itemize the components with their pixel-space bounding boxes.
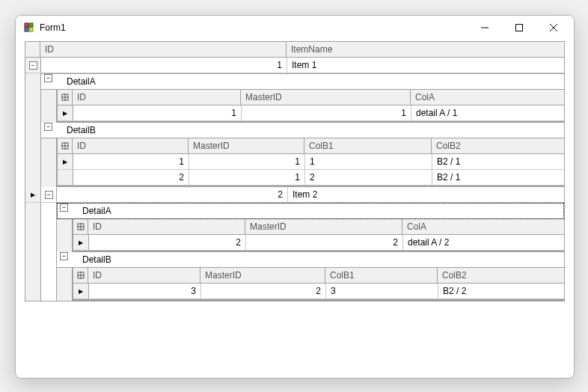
- row-header-corner[interactable]: [25, 42, 40, 57]
- cell-id[interactable]: 2: [57, 187, 288, 202]
- expand-toggle[interactable]: −: [57, 252, 78, 267]
- minimize-button[interactable]: [468, 16, 502, 40]
- cell-itemname[interactable]: Item 2: [288, 187, 564, 202]
- col-id[interactable]: ID: [88, 268, 200, 283]
- col-id[interactable]: ID: [73, 138, 189, 153]
- master-grid[interactable]: ID ItemName − 1 Item 1 − DetailA: [25, 41, 565, 301]
- table-row[interactable]: ▶ 2 2 detail A / 2: [73, 235, 564, 251]
- cell-masterid[interactable]: 1: [189, 154, 305, 169]
- window-title: Form1: [40, 22, 66, 33]
- table-row[interactable]: ▶ 1 1 1 B2 / 1: [58, 154, 564, 170]
- row-indicator[interactable]: ▶: [73, 284, 89, 298]
- col-masterid[interactable]: MasterID: [200, 268, 325, 283]
- detail-b-grid-wrap: ID MasterID ColB1 ColB2 ▶ 1 1 1 B2 / 1: [41, 138, 564, 187]
- row-selector-header[interactable]: [58, 138, 73, 153]
- minus-icon: −: [44, 74, 52, 82]
- cell-colb1[interactable]: 3: [326, 284, 438, 298]
- col-itemname[interactable]: ItemName: [287, 42, 564, 57]
- section-title: DetailB: [62, 123, 564, 138]
- col-colb1[interactable]: ColB1: [325, 268, 438, 283]
- detail-a-grid-wrap: ID MasterID ColA ▶ 2 2 detail A / 2: [57, 219, 564, 252]
- col-colb2[interactable]: ColB2: [438, 268, 564, 283]
- indent-gutter: [25, 203, 41, 301]
- indent-gutter: [57, 219, 73, 252]
- detail-a-grid-wrap: ID MasterID ColA ▶ 1 1 detail A / 1: [41, 90, 564, 123]
- svg-rect-3: [29, 28, 33, 31]
- minus-icon: −: [60, 203, 68, 212]
- current-row-icon: ▶: [31, 192, 35, 198]
- col-id[interactable]: ID: [73, 90, 241, 105]
- detail-a-grid[interactable]: ID MasterID ColA ▶ 1 1 detail A / 1: [57, 90, 564, 123]
- table-row[interactable]: ▶ 1 1 detail A / 1: [58, 105, 564, 121]
- cell-cola[interactable]: detail A / 1: [411, 105, 564, 120]
- row-indicator[interactable]: ▶: [25, 187, 41, 202]
- row-selector-header[interactable]: [73, 268, 88, 283]
- row-indicator[interactable]: [58, 170, 73, 185]
- col-masterid[interactable]: MasterID: [189, 138, 304, 153]
- indent-gutter: [41, 138, 57, 187]
- section-detail-b[interactable]: − DetailB: [57, 252, 564, 268]
- cell-colb2[interactable]: B2 / 1: [432, 154, 564, 169]
- section-detail-a[interactable]: − DetailA: [57, 203, 564, 219]
- table-row[interactable]: 2 1 2 B2 / 1: [58, 170, 564, 186]
- section-detail-b[interactable]: − DetailB: [41, 123, 564, 138]
- cell-itemname[interactable]: Item 1: [287, 58, 564, 73]
- cell-id[interactable]: 1: [41, 58, 287, 73]
- row-indicator[interactable]: ▶: [58, 154, 73, 169]
- maximize-button[interactable]: [502, 16, 536, 40]
- expand-toggle[interactable]: −: [41, 74, 62, 89]
- cell-id[interactable]: 1: [73, 154, 189, 169]
- row-selector-header[interactable]: [58, 90, 73, 105]
- detail-b-grid[interactable]: ID MasterID ColB1 ColB2 ▶ 3 2 3 B2 / 2: [73, 268, 564, 301]
- cell-colb2[interactable]: B2 / 1: [432, 170, 564, 185]
- minus-icon: −: [60, 252, 68, 260]
- col-id[interactable]: ID: [40, 42, 287, 57]
- cell-id[interactable]: 2: [89, 235, 246, 250]
- col-colb1[interactable]: ColB1: [304, 138, 432, 153]
- detail-b-grid[interactable]: ID MasterID ColB1 ColB2 ▶ 1 1 1 B2 / 1: [57, 138, 564, 187]
- cell-id[interactable]: 1: [73, 105, 242, 120]
- cell-masterid[interactable]: 2: [201, 284, 326, 298]
- section-title: DetailA: [78, 203, 564, 218]
- close-button[interactable]: [536, 16, 571, 40]
- detail-b-header: ID MasterID ColB1 ColB2: [73, 268, 564, 284]
- child-panel: − DetailA ID MasterID C: [25, 203, 564, 301]
- cell-cola[interactable]: detail A / 2: [403, 235, 564, 250]
- svg-rect-5: [516, 25, 523, 31]
- cell-id[interactable]: 3: [89, 284, 201, 298]
- cell-masterid[interactable]: 1: [189, 170, 305, 185]
- master-row[interactable]: ▶ − 2 Item 2: [25, 187, 564, 203]
- cell-colb1[interactable]: 1: [305, 154, 432, 169]
- cell-colb2[interactable]: B2 / 2: [438, 284, 564, 298]
- expand-toggle[interactable]: −: [41, 123, 62, 138]
- col-colb2[interactable]: ColB2: [432, 138, 564, 153]
- col-cola[interactable]: ColA: [411, 90, 564, 105]
- expand-toggle[interactable]: −: [25, 58, 41, 73]
- window-form1: Form1 ID ItemName − 1 Item 1: [15, 15, 575, 379]
- cell-colb1[interactable]: 2: [305, 170, 432, 185]
- app-icon: [23, 22, 35, 34]
- col-masterid[interactable]: MasterID: [241, 90, 411, 105]
- indent-gutter: [57, 268, 73, 301]
- col-id[interactable]: ID: [88, 219, 245, 234]
- cell-id[interactable]: 2: [73, 170, 189, 185]
- master-row[interactable]: − 1 Item 1: [25, 58, 564, 73]
- indent-gutter: [41, 203, 57, 301]
- col-cola[interactable]: ColA: [402, 219, 564, 234]
- cell-masterid[interactable]: 1: [242, 105, 411, 120]
- titlebar[interactable]: Form1: [16, 16, 574, 40]
- col-masterid[interactable]: MasterID: [245, 219, 402, 234]
- cell-masterid[interactable]: 2: [246, 235, 403, 250]
- svg-rect-1: [29, 23, 33, 27]
- row-selector-header[interactable]: [73, 219, 88, 234]
- row-indicator[interactable]: ▶: [73, 235, 89, 250]
- section-detail-a[interactable]: − DetailA: [41, 73, 564, 90]
- expand-toggle[interactable]: −: [41, 187, 57, 202]
- current-row-icon: ▶: [63, 159, 67, 165]
- expand-toggle[interactable]: −: [57, 203, 78, 218]
- svg-rect-0: [25, 23, 28, 27]
- row-indicator[interactable]: ▶: [58, 105, 73, 120]
- detail-b-grid-wrap: ID MasterID ColB1 ColB2 ▶ 3 2 3 B2 / 2: [57, 268, 564, 301]
- table-row[interactable]: ▶ 3 2 3 B2 / 2: [73, 284, 564, 299]
- detail-a-grid[interactable]: ID MasterID ColA ▶ 2 2 detail A / 2: [73, 219, 564, 252]
